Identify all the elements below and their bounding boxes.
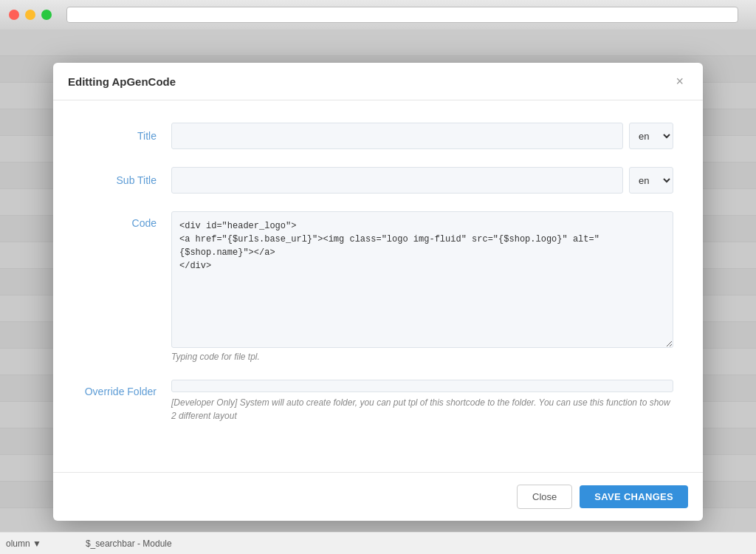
dropdown-chevron-icon[interactable]: ▼	[32, 538, 41, 549]
title-lang-select[interactable]: en fr de es	[629, 123, 673, 149]
mac-minimize-dot[interactable]	[25, 10, 35, 20]
mac-close-dot[interactable]	[9, 10, 19, 20]
title-label: Title	[83, 130, 171, 142]
title-input[interactable]	[171, 123, 623, 149]
mac-titlebar	[0, 0, 756, 30]
subtitle-input[interactable]	[171, 167, 623, 194]
modal-close-x-button[interactable]: ×	[671, 73, 688, 89]
left-dropdown-area: olumn ▼	[6, 538, 41, 549]
code-label: Code	[83, 211, 171, 229]
override-wrapper: [Developer Only] System will auto create…	[171, 380, 673, 423]
address-bar[interactable]	[66, 7, 738, 23]
dropdown-label: olumn ▼	[6, 538, 41, 549]
code-hint: Typing code for file tpl.	[171, 352, 673, 362]
mac-maximize-dot[interactable]	[41, 10, 52, 20]
title-row: Title en fr de es	[83, 123, 673, 149]
breadcrumb-bar: olumn ▼ $_searchbar - Module	[0, 532, 756, 554]
close-button[interactable]: Close	[517, 485, 572, 509]
override-folder-input[interactable]	[171, 380, 673, 392]
code-row: Code Typing code for file tpl.	[83, 211, 673, 362]
modal-body: Title en fr de es Sub Title en fr de es	[53, 100, 703, 472]
modal-overlay: Editting ApGenCode × Title en fr de es S…	[0, 30, 756, 554]
subtitle-row: Sub Title en fr de es	[83, 167, 673, 194]
subtitle-label: Sub Title	[83, 174, 171, 186]
save-changes-button[interactable]: SAVE CHANGES	[580, 485, 688, 508]
modal-dialog: Editting ApGenCode × Title en fr de es S…	[53, 63, 703, 521]
modal-title: Editting ApGenCode	[68, 75, 176, 88]
modal-footer: Close SAVE CHANGES	[53, 472, 703, 521]
override-folder-row: Override Folder [Developer Only] System …	[83, 380, 673, 423]
code-textarea[interactable]	[171, 211, 673, 348]
code-wrapper: Typing code for file tpl.	[171, 211, 673, 362]
breadcrumb: $_searchbar - Module	[86, 538, 172, 549]
override-hint: [Developer Only] System will auto create…	[171, 396, 673, 423]
modal-header: Editting ApGenCode ×	[53, 63, 703, 100]
subtitle-lang-select[interactable]: en fr de es	[629, 167, 673, 194]
override-folder-label: Override Folder	[83, 380, 171, 397]
